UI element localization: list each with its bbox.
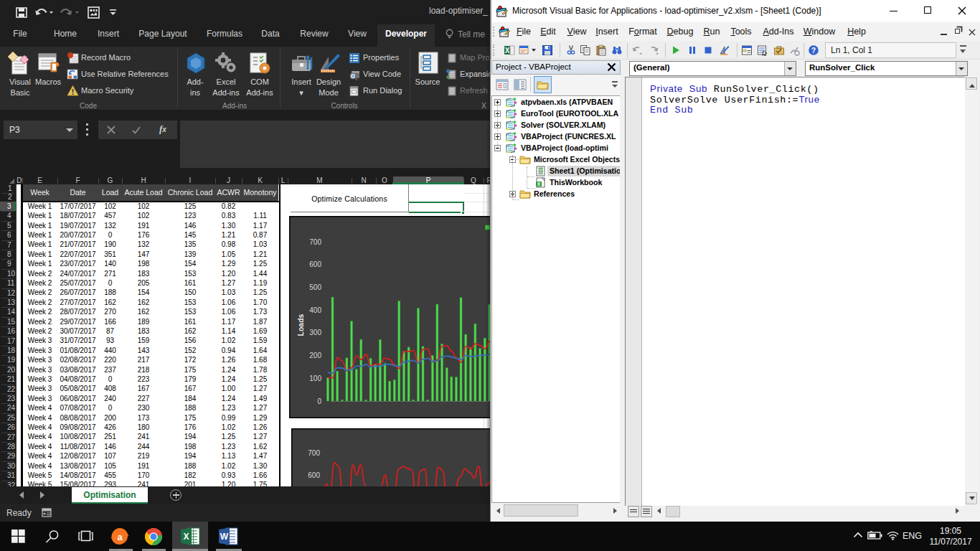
svg-text:500: 500 — [309, 283, 321, 291]
svg-text:200: 200 — [309, 352, 321, 359]
svg-text:X: X — [183, 532, 189, 542]
svg-text:700: 700 — [309, 238, 321, 246]
svg-text:W: W — [220, 532, 229, 542]
svg-text:Loads: Loads — [296, 314, 305, 336]
svg-text:0: 0 — [317, 397, 321, 405]
svg-text:400: 400 — [309, 306, 321, 314]
svg-text:X: X — [505, 47, 510, 55]
svg-text:600: 600 — [309, 260, 321, 268]
svg-text:600: 600 — [308, 471, 320, 479]
svg-text:?: ? — [811, 46, 816, 55]
svg-text:100: 100 — [309, 375, 321, 382]
svg-text:300: 300 — [309, 329, 321, 336]
svg-text:a: a — [117, 532, 123, 542]
svg-text:X: X — [537, 182, 541, 187]
svg-text:700: 700 — [308, 449, 320, 457]
